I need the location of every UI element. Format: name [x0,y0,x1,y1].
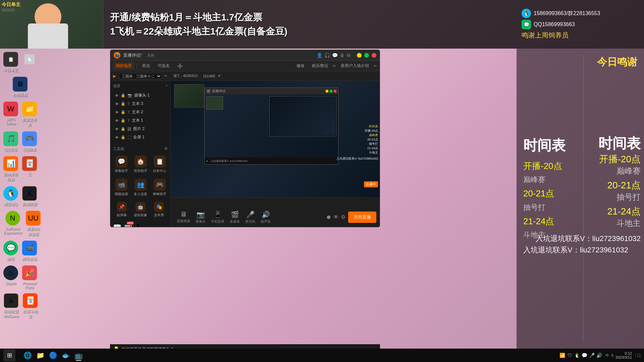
taskbar-app1[interactable]: 🐟 [60,349,72,361]
desktop-icon-qqmusic[interactable]: 🎵 QQ音乐 [2,130,20,154]
top-overlay: 今日单主 4039310 开通/续费钻粉1月＝斗地主1.7亿金票 1飞机＝22朵… [0,0,644,49]
scene-icon-2[interactable]: 📷 HOT [124,223,132,227]
ctrl-mic[interactable]: 🎤 麦克风 [243,209,258,225]
marquee-line2: 1飞机＝22朵雄或斗地主1亿金票(自备金豆) [110,24,510,39]
window-maximize[interactable] [364,53,369,58]
toolbar-chat-icon[interactable]: 💬 [332,53,338,58]
ctrl-phone[interactable]: 📱 手机投屏 [208,209,227,225]
tray-qq-icon[interactable]: 🐧 [575,353,580,358]
desktop-icon-lol[interactable]: ⚔ 英雄联盟 [20,184,39,208]
tools-grid: 💬 弹幕助手 🏠 房管助手 📋 任务中心 📹 视频连麦 [113,154,168,198]
taskbar-chrome[interactable]: 🔵 [47,349,59,361]
top-right-contact: 🐧 15869993663/群228136553 💬 QQ15869993663… [517,0,644,49]
scene-item-camera[interactable]: 👁 🔒 📷 摄像头 1 [113,91,168,100]
big-schedule-3-event: 斗地主 [536,218,641,229]
taskbar-streaming[interactable]: 📺 [72,349,85,361]
scene-item-image2[interactable]: 👁 🔒 🖼 图片 2 [113,125,168,133]
streaming-software-window: 🎬 直播伴侣° 关闭 👤 🎧 💬 🖥 ⚙ 我的场景 | 双击 可改名 ➕ 修改 … [110,50,380,227]
tab-newuser[interactable]: 新用户入场介绍 [338,62,372,70]
scene-icon-1[interactable]: 📖 [113,223,121,227]
desktop-icon-tencentqq[interactable]: 🐧 腾讯QQ [2,184,20,208]
streamer-camera: 今日单主 4039310 [0,0,103,49]
toolbar-headphone-icon[interactable]: 🎧 [324,53,330,58]
tray-sound-icon[interactable]: 🔊 [597,353,602,358]
tools-header: 工具箱 ⚙ [113,146,168,152]
tray-mic-icon[interactable]: 🎤 [589,353,595,358]
window-close[interactable] [372,53,376,58]
tool-multi-connect[interactable]: 👥 多人连麦 [132,177,149,198]
scene-item-text3[interactable]: 👁 🔒 T 文本 3 [113,100,168,108]
ctrl-speaker[interactable]: 🔊 扬声器 [258,209,273,225]
desktop-icon-today[interactable]: 📋 今日单主 [2,50,20,74]
taskbar-apps: 🌐 📁 🔵 🐟 📺 [21,349,85,361]
big-schedule-2-event: 抽号打 [536,192,641,202]
viewers-icon: 👁 [218,74,221,78]
desktop-icon-tencentmeeting[interactable]: 📹 腾讯会议 [20,239,39,263]
taskbar-explorer[interactable]: 📁 [34,349,46,361]
desktop-icon-wps[interactable]: W WPS Office [2,100,20,129]
tool-danmu[interactable]: 💬 弹幕助手 [113,154,129,175]
toolbar-avatar-icon[interactable]: 👤 [317,53,322,58]
tool-stick-danmu[interactable]: 📌 贴弹幕 [113,200,130,219]
ctrl-record-icon[interactable]: ⏺ [326,214,331,220]
ctrl-gear-icon[interactable]: ⚙ [341,214,345,220]
desktop-icon-doudizhu[interactable]: 🃏 三 [20,155,39,184]
desktop-icon-nvidia[interactable]: N GeForce Experience [2,209,23,238]
desktop-icon-qqgame[interactable]: 🎮 QQ游戏 [20,130,39,154]
preview-mini-cam [174,84,204,108]
ctrl-eye-icon[interactable]: 👁 [333,214,339,220]
tool-helper[interactable]: 🎮 棒棒助手 [151,177,168,198]
show-desktop-icon[interactable]: □ [635,353,641,358]
tab-dual[interactable]: 双击 [140,62,153,70]
tool-room-manage[interactable]: 🏠 房管助手 [132,154,149,175]
tool-video-connect[interactable]: 📹 视频连麦 [113,177,129,198]
scene-item-fullscreen[interactable]: 👁 🔒 ⛶ 全屏 1 [113,133,168,141]
main-preview: 🎬 直播伴侣 [171,81,380,227]
scene-item-text1[interactable]: 👁 🔒 T 文本 1 [113,116,168,125]
desktop-icon-steam[interactable]: ♨ Steam [2,264,20,291]
ctrl-media[interactable]: 🎬 多媒体 [227,209,243,225]
window-minimize[interactable] [357,53,362,58]
today-thanks-label: 今日鸣谢 [523,55,637,69]
tab-rename[interactable]: 可改名 [155,62,172,70]
tab-modify[interactable]: 修改 [294,62,307,70]
tool-show[interactable]: 🎭 连草秀 [150,200,168,219]
tray-antivirus-icon[interactable]: 🛡 [567,353,573,358]
desktop-icon-folder[interactable]: 📁 新建文件夹 [20,100,39,129]
tray-wechat-icon[interactable]: 💬 [582,353,587,358]
toolbar-monitor-icon[interactable]: 🖥 [340,53,344,58]
window-controls [357,53,376,58]
tab-my-scenes[interactable]: 我的场景 [113,62,135,70]
eye-icon-camera: 👁 [115,94,119,98]
taskbar-ie[interactable]: 🌐 [21,349,34,361]
tool-task-center[interactable]: 📋 任务中心 [151,154,168,175]
desktop-icon-happydou[interactable]: 🃏 欢乐斗地主 [21,292,39,321]
desktop-icon-wegame[interactable]: ⚔ 英雄联盟WeGame [2,292,20,321]
tab-entertainment[interactable]: 娱乐整活 [309,62,331,70]
room-id: 4039310 [2,8,15,12]
ctrl-camera[interactable]: 📷 摄像头 [193,209,208,225]
edit-profile-icon[interactable]: ✏ [164,74,167,78]
desktop-icon-price[interactable]: 📊 原峰赛价目表 [2,155,20,184]
tools-settings-icon[interactable]: ⚙ [164,146,168,152]
scene-selector[interactable]: 三国杀 - 三国杀十二 [119,73,162,79]
preview-schedule-overlay: 时间表 开播-20点 巅峰赛 20-21点 抽号打 21-24点 斗地主 入坑退… [336,124,378,161]
go-live-button[interactable]: 关闭直播 [348,212,376,223]
desktop-icons-area: 📋 今日单主 📄 🖥 控制面板 W WPS Office 📁 新建文件夹 🎵 Q… [0,49,40,349]
tray-network-icon[interactable]: 📶 [560,353,565,358]
scene-add-btn[interactable]: + [166,83,168,88]
ctrl-live-screen[interactable]: 🖥 直播屏幕 [174,209,193,225]
scene-icon-3[interactable]: ⬇ [135,223,141,227]
eye-icon-image2: 👁 [115,127,119,131]
scene-item-text2[interactable]: 👁 🔒 T 文本 2 [113,108,168,116]
desktop-icon-control[interactable]: 🖥 控制面板 [2,75,39,99]
desktop-icon-wechat[interactable]: 💬 微信 [2,239,20,263]
desktop-icon-pummel[interactable]: 🎉 Pummel Party [20,264,39,291]
eye-icon-text2: 👁 [115,110,119,114]
add-scene-btn[interactable]: ➕ [177,63,183,69]
desktop-icon-uu[interactable]: UU 网易UU加速器 [24,209,42,238]
eye-icon-fullscreen: 👁 [115,135,119,139]
toolbar-settings-icon[interactable]: ⚙ [346,53,351,58]
start-button[interactable]: ⊞ [3,349,15,361]
tool-virtual[interactable]: 🤖 虚拟形象 [132,200,149,219]
